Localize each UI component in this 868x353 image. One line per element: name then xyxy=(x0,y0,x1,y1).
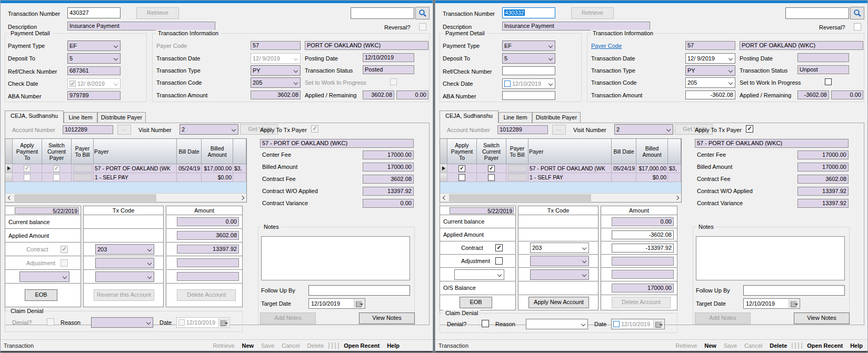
deposit-to-combo[interactable]: 5 xyxy=(67,53,121,64)
follow-up-by-input[interactable] xyxy=(743,285,845,296)
visit-number-combo[interactable]: 2 xyxy=(179,124,238,135)
col-payer-to-bill[interactable]: Payer To Bill xyxy=(506,139,528,164)
payer-row[interactable]: 1 - SELF PAY $0.00 xyxy=(5,173,246,182)
extra-amount-field[interactable] xyxy=(612,270,674,279)
payer-code-field[interactable]: 57 xyxy=(685,41,735,50)
scroll-left-arrow-icon[interactable] xyxy=(5,194,14,202)
col-apply-payment-to[interactable]: Apply Payment To xyxy=(447,139,477,164)
search-button[interactable] xyxy=(850,7,864,19)
status-save[interactable]: Save xyxy=(261,342,274,349)
tab-distribute-payer[interactable]: Distribute Payer xyxy=(532,112,581,123)
contract-txcode-combo[interactable]: 203 xyxy=(95,244,154,255)
col-bill-date[interactable]: Bill Date xyxy=(612,139,636,164)
status-cancel[interactable]: Cancel xyxy=(282,342,300,349)
calendar-button[interactable] xyxy=(218,318,229,327)
eob-button[interactable]: EOB xyxy=(460,297,492,308)
status-new[interactable]: New xyxy=(704,342,716,349)
switch-payer-checkbox[interactable] xyxy=(53,174,60,181)
denial-reason-combo[interactable] xyxy=(526,319,588,329)
status-save[interactable]: Save xyxy=(724,342,737,349)
account-number-field[interactable]: 1012289 xyxy=(497,125,548,134)
payer-code-link[interactable]: Payer Code xyxy=(591,43,622,49)
scrollbar-thumb[interactable] xyxy=(14,194,156,201)
reversal-checkbox[interactable] xyxy=(419,23,426,31)
status-delete[interactable]: Delete xyxy=(770,342,787,349)
scroll-left-arrow-icon[interactable] xyxy=(440,194,448,202)
scroll-right-arrow-icon[interactable] xyxy=(238,194,246,202)
denial-checkbox[interactable] xyxy=(47,318,54,326)
apply-to-tx-payer-checkbox[interactable] xyxy=(746,125,753,133)
reverse-account-button[interactable]: Reverse this Account xyxy=(94,289,154,301)
reversal-checkbox[interactable] xyxy=(854,23,861,31)
apply-to-tx-payer-checkbox[interactable] xyxy=(311,125,318,133)
denial-date-picker[interactable]: 12/10/2019 xyxy=(176,317,230,328)
search-button[interactable] xyxy=(415,7,430,19)
view-notes-button[interactable]: View Notes xyxy=(359,312,415,324)
eob-button[interactable]: EOB xyxy=(25,289,57,301)
notes-textarea[interactable] xyxy=(696,236,845,280)
col-billed-amount[interactable]: Billed Amount xyxy=(636,139,668,164)
visit-number-combo[interactable]: 2 xyxy=(614,124,673,135)
status-open-recent[interactable]: Open Recent xyxy=(807,342,843,349)
tab-patient[interactable]: CEJA, Sudhanshu xyxy=(5,110,64,123)
transaction-number-input[interactable]: 430327 xyxy=(67,7,121,18)
transaction-date-picker[interactable]: 12/ 9/2019 xyxy=(251,53,301,64)
account-lookup-button[interactable]: ... xyxy=(117,125,131,135)
transaction-type-combo[interactable]: PY xyxy=(685,65,735,76)
status-retrieve[interactable]: Retrieve xyxy=(213,342,235,349)
retrieve-button[interactable]: Retrieve xyxy=(136,7,179,19)
adjustment-txcode-combo[interactable] xyxy=(530,256,589,266)
col-payer-to-bill[interactable]: Payer To Bill xyxy=(72,139,94,164)
switch-payer-checkbox[interactable] xyxy=(488,174,495,181)
apply-payment-checkbox[interactable] xyxy=(24,174,31,181)
apply-payment-checkbox[interactable] xyxy=(458,174,465,181)
status-retrieve[interactable]: Retrieve xyxy=(675,342,697,349)
transaction-type-combo[interactable]: PY xyxy=(251,65,301,76)
status-help[interactable]: Help xyxy=(387,342,400,349)
extra-txcode-combo[interactable] xyxy=(530,269,589,280)
calendar-button[interactable] xyxy=(653,320,664,328)
transaction-code-combo[interactable]: 205 xyxy=(251,77,301,88)
check-date-checkbox[interactable] xyxy=(504,80,511,87)
add-notes-button[interactable]: Add Notes xyxy=(695,312,751,324)
denial-date-picker[interactable]: 12/10/2019 xyxy=(611,319,665,329)
aba-number-field[interactable] xyxy=(502,91,555,100)
grid-horizontal-scrollbar[interactable] xyxy=(5,193,246,202)
col-payer[interactable]: Payer xyxy=(94,139,177,164)
calendar-button[interactable] xyxy=(354,299,364,308)
calendar-button[interactable] xyxy=(789,299,799,308)
check-date-picker[interactable]: 12/10/2019 xyxy=(502,78,555,89)
extra-allocation-combo[interactable] xyxy=(19,271,69,282)
tab-line-item[interactable]: Line Item xyxy=(64,112,97,123)
wip-checkbox[interactable] xyxy=(390,78,397,85)
denial-date-checkbox[interactable] xyxy=(613,321,620,327)
target-date-picker[interactable]: 12/10/2019 xyxy=(308,298,365,309)
check-date-checkbox[interactable] xyxy=(69,80,76,87)
aba-number-field[interactable]: 979789 xyxy=(67,91,121,100)
status-new[interactable]: New xyxy=(242,342,254,349)
view-notes-button[interactable]: View Notes xyxy=(794,312,850,324)
adjustment-txcode-combo[interactable] xyxy=(95,258,154,268)
payment-type-combo[interactable]: EF xyxy=(502,41,555,51)
tab-distribute-payer[interactable]: Distribute Payer xyxy=(97,112,146,123)
transaction-code-combo[interactable]: 205 xyxy=(685,77,735,88)
contract-amount-field[interactable]: 13397.92 xyxy=(177,245,239,254)
adjustment-amount-field[interactable] xyxy=(177,258,239,267)
check-date-picker[interactable]: 12/ 8/2019 xyxy=(67,78,121,89)
tab-patient[interactable]: CEJA, Sudhanshu xyxy=(440,110,498,123)
account-lookup-button[interactable]: ... xyxy=(552,125,566,135)
adjustment-checkbox[interactable] xyxy=(495,257,503,265)
extra-amount-field[interactable] xyxy=(177,272,239,281)
applied-amount-field[interactable]: -3602.08 xyxy=(612,230,674,239)
transaction-number-input[interactable]: 430332 xyxy=(502,7,555,18)
contract-checkbox[interactable] xyxy=(495,244,503,251)
transaction-date-picker[interactable]: 12/ 9/2019 xyxy=(685,53,735,64)
transaction-amount-field[interactable]: 3602.08 xyxy=(251,90,301,99)
deposit-to-combo[interactable]: 5 xyxy=(502,53,555,64)
scrollbar-thumb[interactable] xyxy=(449,194,591,201)
apply-payment-checkbox[interactable] xyxy=(458,165,465,172)
status-cancel[interactable]: Cancel xyxy=(744,342,762,349)
contract-amount-field[interactable]: -13397.92 xyxy=(612,244,674,253)
col-billed-amount[interactable]: Billed Amount xyxy=(202,139,233,164)
adjustment-amount-field[interactable] xyxy=(612,257,674,266)
